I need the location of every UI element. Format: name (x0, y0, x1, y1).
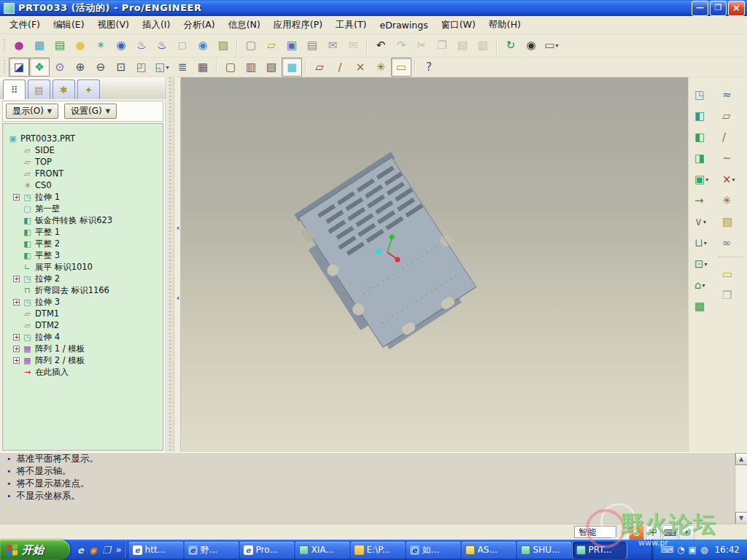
expand-plus-icon[interactable]: + (13, 194, 20, 201)
volume-icon[interactable]: ◍ (700, 545, 708, 555)
overflow-chevron-icon[interactable]: » (116, 545, 122, 555)
clock[interactable]: 16:42 (714, 545, 740, 555)
wireframe-display-icon[interactable]: ▢ (220, 58, 241, 77)
unbend-tool-icon[interactable]: ⊔▾ (691, 234, 716, 252)
datum-axis-tool-icon[interactable]: ∕ (719, 128, 743, 146)
task-ru[interactable]: e如... (406, 542, 460, 559)
task-yehuo[interactable]: e野... (185, 542, 239, 559)
menu-item-1[interactable]: 编辑(E) (47, 16, 91, 34)
menu-item-4[interactable]: 分析(A) (177, 16, 221, 34)
tree-item[interactable]: ▢第一壁 (3, 203, 163, 214)
hidden-line-display-icon[interactable]: ▥ (241, 58, 261, 77)
orient-mode-icon[interactable]: ⊙ (50, 58, 70, 77)
datum-plane-tool-icon[interactable]: ▱ (719, 107, 743, 125)
perspective-icon[interactable]: ♨ (131, 36, 152, 55)
datum-point-tool-icon[interactable]: ×▾ (719, 171, 743, 188)
flat-pattern-tool-icon[interactable]: → (691, 192, 716, 209)
task-shu[interactable]: SHU... (517, 542, 571, 559)
context-help-icon[interactable]: ? (419, 58, 439, 77)
render-window-icon[interactable]: ◻ (172, 36, 193, 55)
expand-plus-icon[interactable]: + (13, 334, 20, 341)
room-scene-icon[interactable]: ▤ (50, 36, 70, 55)
appearance-gallery-icon[interactable]: ● (9, 36, 29, 55)
menu-item-9[interactable]: 窗口(W) (435, 16, 482, 34)
tree-item[interactable]: +◳拉伸 2 (3, 273, 163, 284)
tree-item[interactable]: ▱SIDE (3, 144, 163, 156)
regenerate-icon[interactable]: ↻ (500, 36, 521, 55)
select-box-icon[interactable]: ▭▾ (541, 36, 562, 55)
find-icon[interactable]: ◉ (521, 36, 541, 55)
task-prt[interactable]: PRT... (573, 542, 627, 559)
expand-plus-icon[interactable]: + (13, 357, 20, 364)
menu-item-7[interactable]: 工具(T) (329, 16, 373, 34)
point-display-icon[interactable]: × (350, 58, 371, 77)
scroll-down-icon[interactable]: ▼ (735, 512, 747, 524)
sogou-ime-icon[interactable]: S (629, 525, 644, 540)
axis-display-icon[interactable]: ∕ (330, 58, 350, 77)
cn-mode-icon[interactable]: 中 (646, 525, 661, 540)
csys-tool-icon[interactable]: ✳ (719, 192, 743, 209)
panel-sash[interactable]: ‹ ‹ (174, 77, 181, 452)
tab-model-tree[interactable]: ⠿ (3, 79, 26, 99)
task-pro[interactable]: ePro... (240, 542, 294, 559)
ime-tools-icon[interactable]: ✦ (679, 525, 694, 540)
task-htt[interactable]: ehtt... (129, 542, 183, 559)
tree-item[interactable]: ⊓折弯回去 标识1166 (3, 284, 163, 296)
task-as[interactable]: AS... (462, 542, 516, 559)
expand-plus-icon[interactable]: + (13, 346, 20, 352)
tree-item[interactable]: ▱DTM2 (3, 319, 163, 331)
show-desktop-icon[interactable]: ❐ (102, 545, 111, 556)
sketch-tool-icon[interactable]: ≈ (719, 86, 743, 104)
datum-plane-display-icon[interactable]: ▱ (309, 58, 330, 77)
note-tool-icon[interactable]: ▨ (719, 213, 743, 230)
display-icon[interactable]: ▣ (689, 545, 697, 555)
send-mail-icon[interactable]: ✉ (322, 36, 343, 55)
selection-filter[interactable]: 智能 (574, 526, 616, 538)
tree-item[interactable]: ◧平整 2 (3, 238, 163, 249)
task-folder[interactable]: E:\P... (351, 542, 405, 559)
menu-item-5[interactable]: 信息(N) (222, 16, 267, 34)
annotation-display-icon[interactable]: ▭ (391, 58, 411, 77)
curve-tool-icon[interactable]: ~ (719, 149, 743, 167)
saved-views-icon[interactable]: ◱▾ (152, 58, 172, 77)
extrude-tool-icon[interactable]: ◳ (691, 86, 716, 104)
tree-item[interactable]: ▱FRONT (3, 168, 163, 179)
flat-wall-tool-icon[interactable]: ◧ (691, 128, 716, 146)
annotation-tool-icon[interactable]: ▭ (719, 265, 743, 283)
twist-wall-tool-icon[interactable]: ◨ (691, 149, 716, 167)
keyboard-icon[interactable]: ⌨ (661, 545, 673, 555)
render-icon[interactable]: ♨ (152, 36, 172, 55)
open-file-icon[interactable]: ▱ (261, 36, 282, 55)
start-button[interactable]: 开始 (0, 540, 70, 560)
message-scrollbar[interactable]: ▲ ▼ (735, 453, 747, 524)
3d-viewport[interactable] (181, 77, 688, 452)
menu-item-0[interactable]: 文件(F) (3, 16, 47, 34)
spin-center-icon[interactable]: ❖ (29, 58, 50, 77)
no-hidden-display-icon[interactable]: ▧ (261, 58, 282, 77)
tree-item[interactable]: ✳CS0 (3, 179, 163, 191)
layers-icon[interactable]: ≣ (172, 58, 193, 77)
tree-item[interactable]: ◧平整 3 (3, 249, 163, 261)
view-manager-icon[interactable]: ▦ (193, 58, 213, 77)
menu-item-8[interactable]: eDrawings (373, 17, 434, 34)
zoom-out-icon[interactable]: ⊖ (90, 58, 111, 77)
tree-item[interactable]: ◧钣金件转换 标识623 (3, 214, 163, 226)
settings-dropdown[interactable]: 设置(G) ▼ (64, 104, 117, 119)
display-dropdown[interactable]: 显示(O) ▼ (6, 104, 58, 119)
update-icon[interactable]: ◔ (677, 545, 684, 555)
render-region-icon[interactable]: ◉ (111, 36, 131, 55)
restore-button[interactable]: ❐ (710, 1, 727, 16)
zoom-in-icon[interactable]: ⊕ (70, 58, 90, 77)
tab-favorites[interactable]: ✱ (53, 79, 75, 99)
tree-item[interactable]: +◳拉伸 4 (3, 331, 163, 343)
tree-item[interactable]: ∟展平 标识1010 (3, 261, 163, 273)
scroll-up-icon[interactable]: ▲ (735, 453, 747, 465)
menu-item-10[interactable]: 帮助(H) (482, 16, 527, 34)
menu-item-2[interactable]: 视图(V) (91, 16, 136, 34)
reorient-icon[interactable]: ◰ (131, 58, 152, 77)
ie-icon[interactable]: e (77, 545, 84, 556)
shaded-preview-icon[interactable]: ◪ (9, 58, 29, 77)
minimize-button[interactable]: — (692, 1, 708, 16)
lights-icon[interactable]: ● (70, 36, 90, 55)
tree-item[interactable]: +◳拉伸 3 (3, 296, 163, 308)
